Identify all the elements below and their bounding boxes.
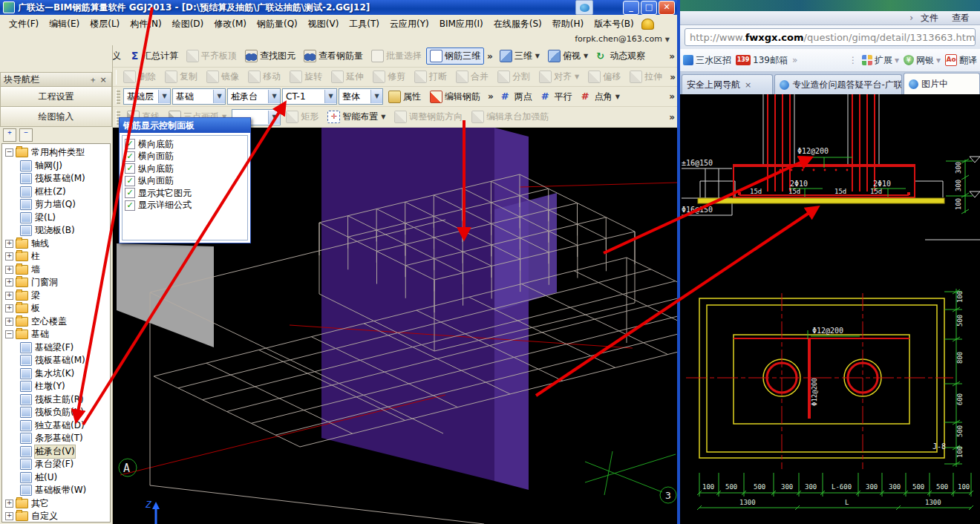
tree-item-筏板主筋(R)[interactable]: 筏板主筋(R) xyxy=(4,393,110,407)
expand-icon[interactable]: + xyxy=(5,500,13,508)
tree-item-条形基础(T)[interactable]: 条形基础(T) xyxy=(4,432,110,445)
collapse-all-icon[interactable]: ⁻ xyxy=(19,128,33,142)
toolbar-button-三维[interactable]: 三维▼ xyxy=(496,48,543,65)
menu-item[interactable]: 绘图(D) xyxy=(168,16,209,32)
menu-item[interactable]: 工具(T) xyxy=(344,16,384,32)
tree-item-筏板负筋(X)[interactable]: 筏板负筋(X) xyxy=(4,406,110,419)
maximize-button[interactable]: □ xyxy=(641,1,657,15)
chevron-down-icon[interactable]: ▾ xyxy=(895,55,899,65)
menu-item[interactable]: 构件(N) xyxy=(125,16,166,32)
menu-item[interactable]: 视图(V) xyxy=(304,16,344,32)
chevron-down-icon[interactable]: ▼ xyxy=(268,90,280,103)
toolbar-button-编辑钢筋[interactable]: 编辑钢筋 xyxy=(426,88,484,105)
expand-icon[interactable]: + xyxy=(5,266,13,274)
combo-基础层[interactable]: 基础层▼ xyxy=(123,88,171,105)
pin-icon[interactable]: ＋ xyxy=(88,74,98,85)
rebar-option-纵向底筋[interactable]: ✓纵向底筋 xyxy=(125,163,247,175)
toolbar-button-动态观察[interactable]: ↻动态观察 xyxy=(592,48,649,65)
tree-item-桩承台(V)[interactable]: 桩承台(V) xyxy=(4,445,110,459)
browser-menu-file[interactable]: 文件 xyxy=(921,12,938,24)
tree-item-梁(L)[interactable]: 梁(L) xyxy=(4,212,110,225)
chevron-right-icon[interactable]: › xyxy=(909,13,913,23)
tree-item-现浇板(B)[interactable]: 现浇板(B) xyxy=(4,224,110,238)
tree-group-其它[interactable]: +其它 xyxy=(4,497,110,511)
toolbar-button-汇总计算[interactable]: Σ汇总计算 xyxy=(125,48,182,65)
tree-item-柱墩(Y)[interactable]: 柱墩(Y) xyxy=(4,380,110,393)
menu-item[interactable]: 帮助(H) xyxy=(548,16,588,32)
menu-item[interactable]: 修改(M) xyxy=(209,16,251,32)
tree-group-柱[interactable]: +柱 xyxy=(4,250,110,263)
combo-CT-1[interactable]: CT-1▼ xyxy=(282,88,337,105)
combo-桩承台[interactable]: 桩承台▼ xyxy=(227,88,281,105)
minimize-button[interactable]: _ xyxy=(623,1,639,15)
bookmark-139邮箱[interactable]: 139139邮箱 xyxy=(736,54,788,67)
checkbox-checked-icon[interactable]: ✓ xyxy=(125,151,135,162)
nav-button-project-settings[interactable]: 工程设置 xyxy=(0,87,112,107)
chevron-down-icon[interactable]: ▾ xyxy=(936,55,941,65)
menu-item[interactable]: 版本号(B) xyxy=(589,16,638,32)
expand-icon[interactable]: + xyxy=(5,240,13,248)
toolbar-button-查找图元[interactable]: 查找图元 xyxy=(241,48,299,65)
checkbox-checked-icon[interactable]: ✓ xyxy=(125,163,135,174)
tree-item-基础梁(F)[interactable]: 基础梁(F) xyxy=(4,341,110,355)
browser-tool-网银[interactable]: ¥网银▾ xyxy=(904,54,941,67)
toolbar-button-钢筋三维[interactable]: 钢筋三维 xyxy=(426,48,484,65)
toolbar-button-平行[interactable]: #平行 xyxy=(538,88,576,105)
expand-all-icon[interactable]: ⁺ xyxy=(3,128,16,142)
menu-item[interactable]: 在线服务(S) xyxy=(489,16,546,32)
tab-图片中[interactable]: 图片中 xyxy=(904,73,980,94)
close-button[interactable]: ✕ xyxy=(659,1,675,15)
toolbar-overflow-icon[interactable]: » xyxy=(667,72,678,82)
chevron-down-icon[interactable]: ▼ xyxy=(268,111,280,124)
toolbar-button-俯视[interactable]: 俯视▼ xyxy=(544,48,592,65)
expand-icon[interactable]: + xyxy=(5,278,13,286)
purple-column-front[interactable] xyxy=(321,128,494,481)
chevron-down-icon[interactable]: ▼ xyxy=(324,90,336,103)
browser-tool-扩展[interactable]: 扩展▾ xyxy=(862,54,899,67)
bookmarks-overflow-icon[interactable]: » xyxy=(792,55,797,65)
chevron-down-icon[interactable]: ▼ xyxy=(575,73,579,80)
tree-group-自定义[interactable]: +自定义 xyxy=(4,510,110,523)
toolbar-overflow-icon[interactable]: » xyxy=(485,51,495,62)
cad-drawing-area[interactable]: Φ12@200 2Φ10 2Φ10 15d 15d 15d 15d ±16@15… xyxy=(680,94,980,524)
collapse-icon[interactable]: − xyxy=(5,148,13,157)
nav-button-draw-input[interactable]: 绘图输入 xyxy=(0,107,112,127)
toolbar-button-智能布置[interactable]: ✛智能布置▼ xyxy=(324,108,389,125)
browser-tool-翻译[interactable]: Ao翻译 xyxy=(945,54,977,67)
tree-item-轴网(J)[interactable]: 轴网(J) xyxy=(4,160,110,173)
menu-item[interactable]: BIM应用(I) xyxy=(435,16,488,32)
toolbar-button-两点[interactable]: #两点 xyxy=(497,88,536,105)
tree-group-墙[interactable]: +墙 xyxy=(4,263,110,277)
toolbar-overflow-icon[interactable]: » xyxy=(667,91,677,102)
chevron-down-icon[interactable]: ▼ xyxy=(158,90,170,103)
toolbar-overflow-icon[interactable]: » xyxy=(667,51,677,62)
tree-group-梁[interactable]: +梁 xyxy=(4,289,110,303)
menu-item[interactable]: 楼层(L) xyxy=(85,16,124,32)
account-email[interactable]: forpk.chen@163.com▼ xyxy=(575,34,670,44)
expand-icon[interactable]: + xyxy=(5,292,13,300)
toolbar-button-点角[interactable]: #点角▼ xyxy=(578,88,624,105)
tree-group-基础[interactable]: −基础 xyxy=(4,328,110,341)
tab-专业造价问题答疑平台-广联达[interactable]: 专业造价问题答疑平台-广联达× xyxy=(774,74,902,94)
expand-icon[interactable]: + xyxy=(5,318,13,326)
bookmark-三水区招[interactable]: 三水区招 xyxy=(683,54,731,67)
rebar-panel-title[interactable]: 钢筋显示控制面板 xyxy=(120,118,250,133)
toolbar-button-属性[interactable]: 属性 xyxy=(385,88,425,105)
tree-item-剪力墙(Q)[interactable]: 剪力墙(Q) xyxy=(4,198,110,212)
tree-item-桩(U)[interactable]: 桩(U) xyxy=(4,471,110,485)
tree-item-承台梁(F)[interactable]: 承台梁(F) xyxy=(4,458,110,471)
tree-item-筏板基础(M)[interactable]: 筏板基础(M) xyxy=(4,172,110,186)
chevron-down-icon[interactable]: ▼ xyxy=(615,94,620,100)
chevron-down-icon[interactable]: ▼ xyxy=(213,90,225,103)
expand-icon[interactable]: + xyxy=(5,304,13,312)
tab-安全上网导航[interactable]: 安全上网导航× xyxy=(682,74,773,94)
chevron-down-icon[interactable]: ▼ xyxy=(535,53,540,59)
collapse-icon[interactable]: − xyxy=(5,330,13,338)
rebar-option-纵向面筋[interactable]: ✓纵向面筋 xyxy=(125,175,247,188)
rebar-option-横向底筋[interactable]: ✓横向底筋 xyxy=(125,138,247,151)
menu-item[interactable]: 钢筋量(Q) xyxy=(252,16,302,32)
rebar-option-显示详细公式[interactable]: ✓显示详细公式 xyxy=(125,200,247,212)
browser-menu-view[interactable]: 查看 xyxy=(952,12,970,24)
tree-item-筏板基础(M)[interactable]: 筏板基础(M) xyxy=(4,354,110,367)
tree-item-基础板带(W)[interactable]: 基础板带(W) xyxy=(4,484,110,497)
